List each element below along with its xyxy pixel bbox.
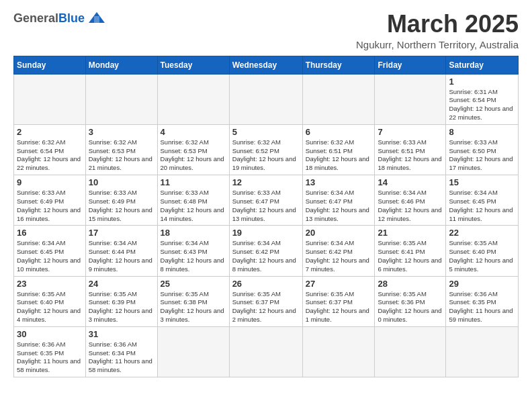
day-info: Sunrise: 6:35 AM Sunset: 6:38 PM Dayligh…: [161, 290, 226, 324]
calendar-cell: 21Sunrise: 6:35 AM Sunset: 6:41 PM Dayli…: [375, 226, 446, 276]
day-info: Sunrise: 6:32 AM Sunset: 6:53 PM Dayligh…: [89, 138, 154, 173]
calendar-cell: 27Sunrise: 6:35 AM Sunset: 6:37 PM Dayli…: [302, 276, 375, 326]
col-wednesday: Wednesday: [229, 56, 302, 74]
calendar-cell: 20Sunrise: 6:34 AM Sunset: 6:42 PM Dayli…: [302, 226, 375, 276]
calendar-cell: 6Sunrise: 6:32 AM Sunset: 6:51 PM Daylig…: [302, 124, 375, 175]
day-info: Sunrise: 6:34 AM Sunset: 6:45 PM Dayligh…: [17, 239, 83, 273]
calendar-cell: 15Sunrise: 6:34 AM Sunset: 6:45 PM Dayli…: [446, 175, 519, 226]
day-info: Sunrise: 6:35 AM Sunset: 6:41 PM Dayligh…: [378, 239, 443, 273]
day-number: 21: [378, 228, 443, 238]
calendar-cell: 9Sunrise: 6:33 AM Sunset: 6:49 PM Daylig…: [14, 175, 86, 226]
day-info: Sunrise: 6:35 AM Sunset: 6:37 PM Dayligh…: [232, 290, 300, 324]
day-info: Sunrise: 6:35 AM Sunset: 6:40 PM Dayligh…: [449, 239, 515, 273]
calendar-header: Sunday Monday Tuesday Wednesday Thursday…: [14, 56, 519, 74]
day-info: Sunrise: 6:33 AM Sunset: 6:49 PM Dayligh…: [89, 189, 154, 223]
calendar-cell: 11Sunrise: 6:33 AM Sunset: 6:48 PM Dayli…: [157, 175, 229, 226]
day-number: 11: [161, 177, 226, 187]
day-info: Sunrise: 6:35 AM Sunset: 6:39 PM Dayligh…: [89, 290, 154, 324]
day-number: 5: [232, 127, 300, 137]
day-number: 22: [449, 228, 515, 238]
day-info: Sunrise: 6:34 AM Sunset: 6:43 PM Dayligh…: [161, 239, 226, 273]
calendar-cell: 23Sunrise: 6:35 AM Sunset: 6:40 PM Dayli…: [14, 276, 86, 326]
calendar-cell: 13Sunrise: 6:34 AM Sunset: 6:47 PM Dayli…: [302, 175, 375, 226]
day-number: 29: [449, 279, 515, 289]
calendar-cell: 30Sunrise: 6:36 AM Sunset: 6:35 PM Dayli…: [14, 326, 86, 377]
calendar-cell: 31Sunrise: 6:36 AM Sunset: 6:34 PM Dayli…: [85, 326, 157, 377]
col-monday: Monday: [85, 56, 157, 74]
day-number: 27: [306, 279, 372, 289]
day-number: 17: [89, 228, 154, 238]
calendar-cell: [375, 326, 446, 377]
day-number: 20: [306, 228, 372, 238]
calendar-cell: 16Sunrise: 6:34 AM Sunset: 6:45 PM Dayli…: [14, 226, 86, 276]
day-number: 24: [89, 279, 154, 289]
calendar-cell: 19Sunrise: 6:34 AM Sunset: 6:42 PM Dayli…: [229, 226, 302, 276]
day-info: Sunrise: 6:34 AM Sunset: 6:45 PM Dayligh…: [449, 189, 515, 223]
calendar-cell: [446, 326, 519, 377]
day-info: Sunrise: 6:32 AM Sunset: 6:53 PM Dayligh…: [161, 138, 226, 173]
calendar-week-row: 23Sunrise: 6:35 AM Sunset: 6:40 PM Dayli…: [14, 276, 519, 326]
day-number: 15: [449, 177, 515, 187]
day-info: Sunrise: 6:34 AM Sunset: 6:42 PM Dayligh…: [232, 239, 300, 273]
day-info: Sunrise: 6:32 AM Sunset: 6:52 PM Dayligh…: [232, 138, 300, 173]
calendar-cell: 5Sunrise: 6:32 AM Sunset: 6:52 PM Daylig…: [229, 124, 302, 175]
col-sunday: Sunday: [14, 56, 86, 74]
calendar-cell: [375, 74, 446, 124]
day-number: 9: [17, 177, 83, 187]
day-info: Sunrise: 6:33 AM Sunset: 6:47 PM Dayligh…: [232, 189, 300, 223]
calendar-cell: 29Sunrise: 6:36 AM Sunset: 6:35 PM Dayli…: [446, 276, 519, 326]
day-info: Sunrise: 6:34 AM Sunset: 6:47 PM Dayligh…: [306, 189, 372, 223]
day-info: Sunrise: 6:33 AM Sunset: 6:49 PM Dayligh…: [17, 189, 83, 223]
calendar-cell: [14, 74, 86, 124]
col-tuesday: Tuesday: [157, 56, 229, 74]
calendar-cell: 12Sunrise: 6:33 AM Sunset: 6:47 PM Dayli…: [229, 175, 302, 226]
calendar-cell: 4Sunrise: 6:32 AM Sunset: 6:53 PM Daylig…: [157, 124, 229, 175]
day-number: 8: [449, 127, 515, 137]
col-friday: Friday: [375, 56, 446, 74]
page: General Blue March 2025 Ngukurr, Norther…: [0, 0, 532, 411]
day-number: 14: [378, 177, 443, 187]
calendar-cell: [229, 74, 302, 124]
calendar-cell: 1Sunrise: 6:31 AM Sunset: 6:54 PM Daylig…: [446, 74, 519, 124]
main-title: March 2025: [356, 11, 519, 38]
logo-icon: [87, 11, 106, 26]
day-number: 13: [306, 177, 372, 187]
day-info: Sunrise: 6:33 AM Sunset: 6:48 PM Dayligh…: [161, 189, 226, 223]
day-number: 31: [89, 329, 154, 339]
day-info: Sunrise: 6:35 AM Sunset: 6:36 PM Dayligh…: [378, 290, 443, 324]
calendar-cell: 10Sunrise: 6:33 AM Sunset: 6:49 PM Dayli…: [85, 175, 157, 226]
calendar-cell: 14Sunrise: 6:34 AM Sunset: 6:46 PM Dayli…: [375, 175, 446, 226]
day-number: 6: [306, 127, 372, 137]
day-info: Sunrise: 6:32 AM Sunset: 6:51 PM Dayligh…: [306, 138, 372, 173]
logo-blue-text: Blue: [58, 11, 85, 26]
day-number: 23: [17, 279, 83, 289]
calendar-week-row: 30Sunrise: 6:36 AM Sunset: 6:35 PM Dayli…: [14, 326, 519, 377]
col-saturday: Saturday: [446, 56, 519, 74]
day-number: 1: [449, 77, 515, 87]
calendar-cell: 2Sunrise: 6:32 AM Sunset: 6:54 PM Daylig…: [14, 124, 86, 175]
day-info: Sunrise: 6:35 AM Sunset: 6:40 PM Dayligh…: [17, 290, 83, 324]
day-number: 3: [89, 127, 154, 137]
calendar-cell: [157, 326, 229, 377]
day-info: Sunrise: 6:34 AM Sunset: 6:46 PM Dayligh…: [378, 189, 443, 223]
logo: General Blue: [13, 11, 106, 26]
day-number: 4: [161, 127, 226, 137]
day-number: 26: [232, 279, 300, 289]
logo-text: General Blue: [13, 11, 106, 26]
calendar-week-row: 2Sunrise: 6:32 AM Sunset: 6:54 PM Daylig…: [14, 124, 519, 175]
calendar-cell: 8Sunrise: 6:33 AM Sunset: 6:50 PM Daylig…: [446, 124, 519, 175]
header-area: General Blue March 2025 Ngukurr, Norther…: [13, 11, 519, 50]
day-info: Sunrise: 6:36 AM Sunset: 6:35 PM Dayligh…: [17, 340, 83, 375]
calendar-table: Sunday Monday Tuesday Wednesday Thursday…: [13, 56, 519, 378]
calendar-cell: 28Sunrise: 6:35 AM Sunset: 6:36 PM Dayli…: [375, 276, 446, 326]
col-thursday: Thursday: [302, 56, 375, 74]
day-info: Sunrise: 6:34 AM Sunset: 6:44 PM Dayligh…: [89, 239, 154, 273]
calendar-body: 1Sunrise: 6:31 AM Sunset: 6:54 PM Daylig…: [14, 74, 519, 377]
day-number: 2: [17, 127, 83, 137]
day-number: 10: [89, 177, 154, 187]
calendar-cell: [229, 326, 302, 377]
day-number: 28: [378, 279, 443, 289]
calendar-cell: 7Sunrise: 6:33 AM Sunset: 6:51 PM Daylig…: [375, 124, 446, 175]
subtitle: Ngukurr, Northern Territory, Australia: [356, 39, 519, 50]
calendar-cell: [157, 74, 229, 124]
